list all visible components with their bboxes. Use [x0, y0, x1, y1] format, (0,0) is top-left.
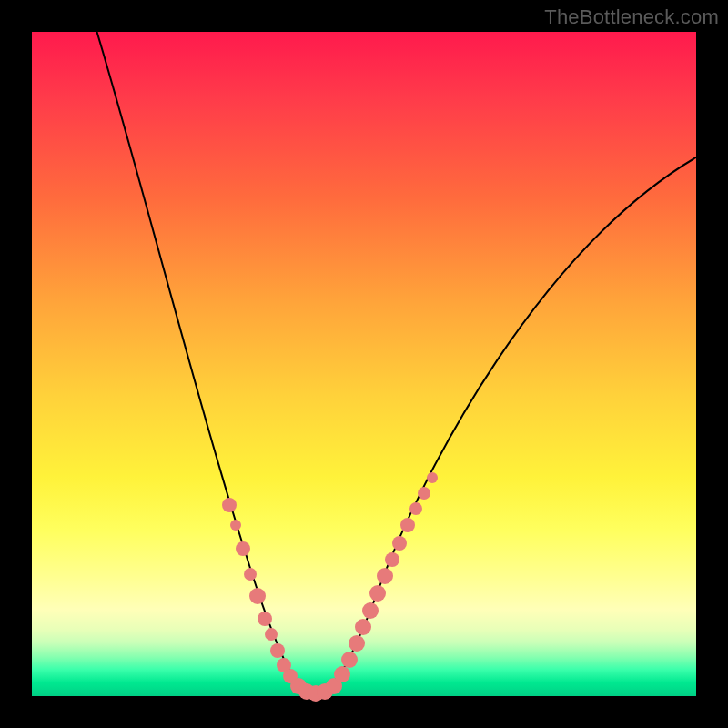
chart-frame: TheBottleneck.com — [0, 0, 728, 728]
marker-dot — [265, 628, 278, 641]
marker-dot — [410, 502, 422, 515]
marker-dot — [377, 568, 393, 584]
marker-dot — [270, 643, 285, 658]
marker-dot — [341, 652, 358, 668]
marker-dot — [355, 619, 371, 635]
marker-dot — [249, 588, 266, 604]
marker-dot — [334, 666, 350, 682]
watermark-text: TheBottleneck.com — [544, 5, 719, 29]
marker-dot — [369, 585, 386, 602]
marker-dot — [258, 612, 272, 626]
marker-dot — [222, 498, 237, 512]
plot-area — [32, 32, 696, 696]
marker-dot — [349, 635, 365, 652]
marker-dot — [244, 568, 257, 581]
marker-dot — [230, 520, 241, 531]
marker-dot — [362, 602, 379, 619]
marker-dot — [385, 552, 399, 567]
marker-group — [222, 472, 438, 702]
marker-dot — [427, 472, 438, 483]
marker-dot — [392, 536, 407, 551]
curve-svg — [32, 32, 696, 696]
marker-dot — [400, 518, 415, 532]
marker-dot — [236, 541, 250, 556]
marker-dot — [418, 487, 430, 500]
bottleneck-curve — [96, 27, 701, 693]
